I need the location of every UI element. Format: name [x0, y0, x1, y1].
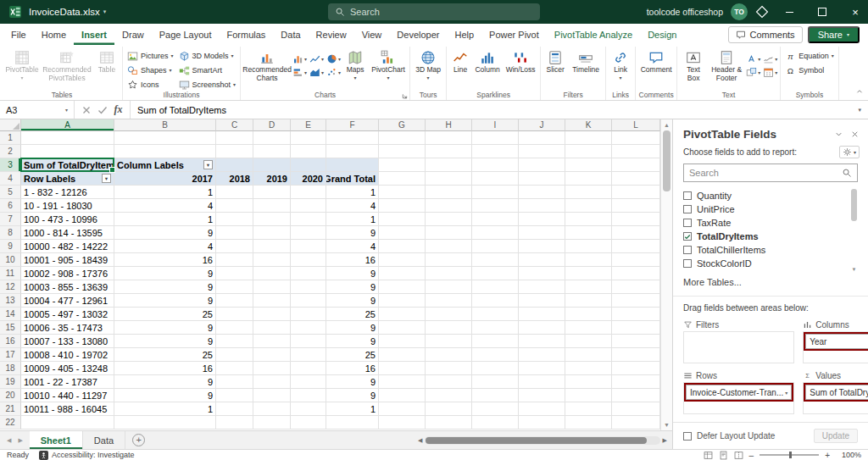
cell-j22[interactable]	[519, 416, 565, 430]
column-header-e[interactable]: E	[291, 119, 326, 131]
column-header-h[interactable]: H	[426, 119, 472, 131]
line-button[interactable]: Line	[449, 47, 471, 75]
cell-g19[interactable]	[379, 375, 426, 389]
cell-i12[interactable]	[472, 280, 519, 294]
cell-l1[interactable]	[612, 131, 660, 145]
row-header-3[interactable]: 3	[0, 158, 21, 172]
tools-button[interactable]: ▾	[839, 146, 860, 158]
cell-f12[interactable]: 9	[326, 280, 379, 294]
timeline-button[interactable]: Timeline	[569, 47, 603, 75]
cell-c2[interactable]	[216, 145, 253, 158]
account-name[interactable]: toolcode officeshop	[647, 7, 723, 17]
cell-j7[interactable]	[519, 213, 565, 226]
cell-l8[interactable]	[612, 226, 660, 240]
row-header-5[interactable]: 5	[0, 186, 21, 199]
cell-e10[interactable]	[291, 253, 326, 267]
cell-l15[interactable]	[612, 321, 660, 335]
cell-j2[interactable]	[519, 145, 565, 158]
cell-f1[interactable]	[326, 131, 379, 145]
cell-g2[interactable]	[379, 145, 426, 158]
search-box[interactable]	[328, 3, 540, 20]
field-list-scroll-thumb[interactable]	[851, 189, 857, 221]
cell-d17[interactable]	[253, 348, 291, 362]
cell-f3[interactable]	[326, 158, 379, 172]
search-input[interactable]	[350, 7, 533, 17]
column-button[interactable]: Column	[473, 47, 502, 75]
cell-c1[interactable]	[216, 131, 253, 145]
cell-b22[interactable]	[114, 416, 216, 430]
field-item-totaldryitems[interactable]: TotalDryItems	[683, 230, 858, 243]
cell-j15[interactable]	[519, 321, 565, 335]
cell-l20[interactable]	[612, 389, 660, 402]
scroll-right-icon[interactable]: ▶	[663, 437, 667, 444]
cell-c11[interactable]	[216, 267, 253, 280]
cell-b17[interactable]: 25	[114, 348, 216, 362]
fields-search-box[interactable]	[683, 163, 858, 182]
cell-h9[interactable]	[426, 240, 472, 253]
ribbon-tab-pivottable-analyze[interactable]: PivotTable Analyze	[547, 24, 640, 45]
cell-i13[interactable]	[472, 294, 519, 308]
zoom-in-button[interactable]: +	[825, 451, 830, 460]
cell-l4[interactable]	[612, 172, 660, 186]
row-header-12[interactable]: 12	[0, 280, 21, 294]
scroll-down-icon[interactable]: ▼	[664, 419, 670, 430]
cell-g12[interactable]	[379, 280, 426, 294]
cell-d3[interactable]	[253, 158, 291, 172]
cell-b13[interactable]: 9	[114, 294, 216, 308]
chart-column-button[interactable]: ▾	[292, 53, 307, 64]
formula-content[interactable]: Sum of TotalDryItems	[131, 105, 858, 115]
ribbon-tab-data[interactable]: Data	[273, 24, 308, 45]
column-header-i[interactable]: I	[472, 119, 519, 131]
recommended-pivottables-button[interactable]: Recommended PivotTables	[42, 47, 92, 82]
cell-g22[interactable]	[379, 416, 426, 430]
diamond-icon[interactable]	[755, 5, 769, 19]
zoom-slider[interactable]	[760, 454, 819, 456]
cell-j4[interactable]	[519, 172, 565, 186]
cell-k1[interactable]	[565, 131, 612, 145]
cell-c22[interactable]	[216, 416, 253, 430]
cell-f11[interactable]: 9	[326, 267, 379, 280]
cell-j6[interactable]	[519, 199, 565, 213]
cell-a9[interactable]: 10000 - 482 - 14222	[21, 240, 114, 253]
cell-c20[interactable]	[216, 389, 253, 402]
column-header-c[interactable]: C	[216, 119, 253, 131]
checkbox-unitprice[interactable]	[683, 205, 692, 213]
select-all-button[interactable]	[0, 119, 21, 131]
vertical-scroll-thumb[interactable]	[663, 130, 670, 191]
cell-c19[interactable]	[216, 375, 253, 389]
cell-k15[interactable]	[565, 321, 612, 335]
cell-h18[interactable]	[426, 362, 472, 375]
cell-g15[interactable]	[379, 321, 426, 335]
cell-e6[interactable]	[291, 199, 326, 213]
cell-h7[interactable]	[426, 213, 472, 226]
cell-f4[interactable]: Grand Total	[326, 172, 379, 186]
cell-j3[interactable]	[519, 158, 565, 172]
cell-c6[interactable]	[216, 199, 253, 213]
cell-f21[interactable]: 1	[326, 402, 379, 416]
field-item-taxrate[interactable]: TaxRate	[683, 216, 858, 230]
row-header-8[interactable]: 8	[0, 226, 21, 240]
cell-e2[interactable]	[291, 145, 326, 158]
field-list-scrollbar[interactable]: ▼	[850, 189, 858, 272]
cell-f9[interactable]: 4	[326, 240, 379, 253]
sheet-tab-sheet1[interactable]: Sheet1	[30, 431, 83, 449]
cell-c17[interactable]	[216, 348, 253, 362]
cell-g18[interactable]	[379, 362, 426, 375]
cell-f10[interactable]: 16	[326, 253, 379, 267]
cell-a22[interactable]	[21, 416, 114, 430]
cell-k6[interactable]	[565, 199, 612, 213]
cell-b11[interactable]: 9	[114, 267, 216, 280]
cell-g11[interactable]	[379, 267, 426, 280]
cell-f20[interactable]: 9	[326, 389, 379, 402]
cell-a13[interactable]: 10004 - 477 - 12961	[21, 294, 114, 308]
row-labels-filter-button[interactable]: ▼	[102, 174, 111, 183]
cell-i4[interactable]	[472, 172, 519, 186]
cell-e9[interactable]	[291, 240, 326, 253]
cell-l12[interactable]	[612, 280, 660, 294]
cell-b4[interactable]: 2017	[114, 172, 216, 186]
cell-c4[interactable]: 2018	[216, 172, 253, 186]
cell-e14[interactable]	[291, 308, 326, 321]
cell-g16[interactable]	[379, 335, 426, 348]
ribbon-tab-developer[interactable]: Developer	[389, 24, 447, 45]
cell-h5[interactable]	[426, 186, 472, 199]
